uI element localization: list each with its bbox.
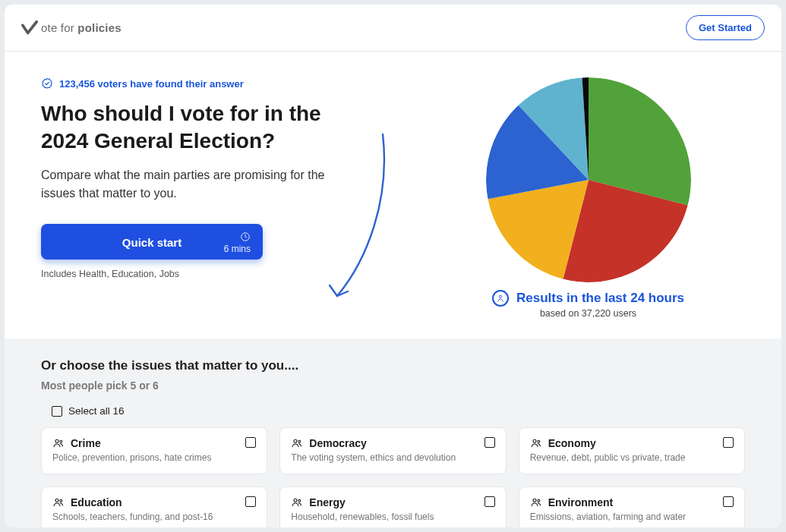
issues-grid: Crime Police, prevention, prisons, hate …: [41, 427, 745, 527]
issue-card-body: Energy Household, renewables, fossil fue…: [291, 496, 434, 522]
issue-desc: Police, prevention, prisons, hate crimes: [52, 452, 211, 463]
svg-point-11: [298, 499, 301, 502]
get-started-button[interactable]: Get Started: [686, 15, 765, 40]
people-icon: [291, 437, 303, 449]
issue-desc: Schools, teachers, funding, and post-16: [52, 512, 213, 522]
voters-badge-text: 123,456 voters have found their answer: [59, 78, 244, 90]
svg-point-13: [538, 499, 540, 502]
issue-title-row: Democracy: [291, 437, 456, 449]
svg-point-3: [60, 440, 62, 442]
issue-card-education[interactable]: Education Schools, teachers, funding, an…: [41, 486, 267, 527]
issue-card-democracy[interactable]: Democracy The voting system, ethics and …: [279, 427, 506, 474]
results-title: Results in the last 24 hours: [516, 291, 684, 306]
issue-title-row: Education: [52, 496, 213, 508]
issue-desc: Revenue, debt, public vs private, trade: [530, 452, 686, 463]
svg-point-12: [533, 499, 536, 502]
quick-start-button[interactable]: Quick start 6 mins: [41, 224, 263, 260]
svg-point-7: [538, 440, 540, 442]
svg-point-2: [55, 439, 58, 442]
people-icon: [530, 496, 542, 508]
hero-left: 123,456 voters have found their answer W…: [41, 77, 413, 319]
issue-checkbox[interactable]: [723, 496, 734, 507]
issue-card-energy[interactable]: Energy Household, renewables, fossil fue…: [279, 486, 506, 527]
quick-start-note: Includes Health, Education, Jobs: [41, 269, 413, 279]
results-pie-chart: [486, 77, 691, 282]
issue-checkbox[interactable]: [723, 437, 734, 448]
issues-subtitle: Most people pick 5 or 6: [41, 379, 745, 392]
issue-card-environment[interactable]: Environment Emissions, aviation, farming…: [519, 486, 745, 527]
issue-title-row: Environment: [530, 496, 686, 508]
issue-card-body: Economy Revenue, debt, public vs private…: [530, 437, 686, 463]
svg-point-4: [294, 439, 297, 442]
page-title: Who should I vote for in the 2024 Genera…: [41, 100, 345, 156]
issue-checkbox[interactable]: [485, 496, 495, 507]
issues-section: Or choose the issues that matter to you.…: [5, 338, 781, 527]
quick-start-label: Quick start: [122, 236, 182, 249]
issue-checkbox[interactable]: [245, 496, 256, 507]
issue-title: Crime: [71, 437, 101, 449]
hero-right: Results in the last 24 hours based on 37…: [431, 77, 745, 319]
issue-title-row: Energy: [291, 496, 434, 508]
people-icon: [530, 437, 542, 449]
issues-title: Or choose the issues that matter to you.…: [41, 358, 745, 373]
voters-badge: 123,456 voters have found their answer: [41, 77, 413, 90]
issue-desc: Emissions, aviation, farming and water: [530, 512, 686, 522]
topbar: ote for policies Get Started: [5, 5, 781, 52]
issue-card-body: Education Schools, teachers, funding, an…: [52, 496, 213, 522]
issue-title: Education: [71, 496, 122, 508]
people-icon: [52, 496, 65, 508]
issue-title-row: Crime: [52, 437, 211, 449]
quick-start-time: 6 mins: [224, 231, 251, 254]
issue-checkbox[interactable]: [245, 437, 256, 448]
page-subtitle: Compare what the main parties are promis…: [41, 166, 330, 203]
issue-card-economy[interactable]: Economy Revenue, debt, public vs private…: [519, 427, 745, 474]
svg-point-1: [499, 295, 501, 297]
arrow-illustration: [276, 131, 390, 313]
issue-title: Democracy: [309, 437, 367, 449]
select-all-checkbox[interactable]: [52, 406, 62, 417]
clock-icon: [240, 231, 251, 242]
hero: 123,456 voters have found their answer W…: [5, 52, 781, 334]
issue-card-body: Environment Emissions, aviation, farming…: [530, 496, 686, 522]
issue-card-body: Democracy The voting system, ethics and …: [291, 437, 456, 463]
results-icon: [492, 290, 509, 307]
verified-icon: [41, 77, 53, 90]
issue-title-row: Economy: [530, 437, 686, 449]
issue-title: Economy: [548, 437, 596, 449]
select-all-label: Select all 16: [68, 405, 125, 417]
svg-point-8: [55, 499, 58, 502]
issue-title: Energy: [309, 496, 345, 508]
svg-point-9: [60, 499, 62, 502]
logo-check-v-icon: [21, 20, 38, 36]
issue-title: Environment: [548, 496, 614, 508]
logo[interactable]: ote for policies: [21, 20, 122, 36]
issue-checkbox[interactable]: [485, 437, 495, 448]
svg-point-6: [533, 439, 536, 442]
logo-text: ote for policies: [41, 21, 122, 34]
people-icon: [52, 437, 65, 449]
issue-card-body: Crime Police, prevention, prisons, hate …: [52, 437, 211, 463]
svg-point-10: [294, 499, 297, 502]
results-title-row: Results in the last 24 hours: [492, 290, 684, 307]
svg-point-5: [298, 440, 301, 442]
results-subtitle: based on 37,220 users: [540, 308, 636, 319]
issue-desc: Household, renewables, fossil fuels: [291, 512, 434, 522]
issue-card-crime[interactable]: Crime Police, prevention, prisons, hate …: [41, 427, 267, 474]
people-icon: [291, 496, 303, 508]
select-all-row[interactable]: Select all 16: [41, 405, 745, 417]
issue-desc: The voting system, ethics and devolution: [291, 452, 456, 463]
